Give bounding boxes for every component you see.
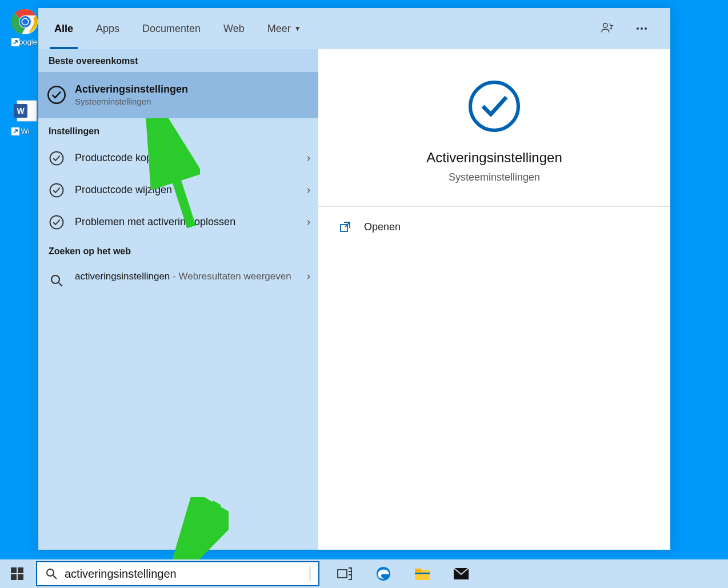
svg-text:W: W — [17, 106, 25, 115]
settings-result[interactable]: Productcode wijzigen › — [38, 174, 318, 206]
svg-point-12 — [48, 87, 65, 103]
result-subtitle: Systeeminstellingen — [75, 96, 310, 107]
tab-more[interactable]: Meer▼ — [256, 8, 313, 49]
task-view-button[interactable] — [337, 566, 353, 582]
svg-point-16 — [51, 275, 59, 283]
checkmark-circle-icon — [46, 85, 67, 105]
tab-bar: Alle Apps Documenten Web Meer▼ — [38, 8, 670, 49]
result-title: activeringsinstellingen - Webresultaten … — [75, 270, 307, 283]
open-action[interactable]: Openen — [318, 207, 670, 247]
desktop-icon-word[interactable]: W Wi — [8, 97, 42, 135]
svg-point-9 — [637, 27, 639, 30]
result-title: Productcode wijzigen — [75, 183, 307, 197]
svg-point-17 — [470, 82, 518, 130]
settings-result[interactable]: Problemen met activering oplossen › — [38, 206, 318, 238]
checkmark-circle-icon — [466, 78, 523, 135]
chevron-right-icon: › — [307, 184, 310, 196]
word-icon: W — [11, 97, 39, 125]
result-title: Problemen met activering oplossen — [75, 215, 307, 229]
web-search-result[interactable]: activeringsinstellingen - Webresultaten … — [38, 262, 318, 297]
text-cursor — [310, 566, 310, 581]
chevron-right-icon: › — [307, 152, 310, 164]
svg-point-11 — [645, 27, 647, 30]
chrome-icon — [11, 8, 39, 35]
taskbar — [0, 559, 728, 588]
more-options-icon[interactable] — [635, 22, 649, 35]
start-button[interactable] — [0, 559, 34, 588]
chevron-right-icon: › — [307, 270, 310, 282]
section-settings: Instellingen — [38, 118, 318, 142]
desktop-icon-chrome[interactable]: Google — [8, 8, 42, 46]
svg-point-14 — [50, 183, 63, 197]
tab-all[interactable]: Alle — [43, 8, 85, 49]
feedback-icon[interactable] — [601, 22, 614, 35]
desktop-icon-label: Wi — [21, 127, 29, 135]
tab-web[interactable]: Web — [212, 8, 256, 49]
preview-pane: Activeringsinstellingen Systeeminstellin… — [318, 49, 670, 550]
svg-rect-32 — [415, 573, 430, 574]
svg-point-8 — [603, 23, 607, 27]
result-title: Activeringsinstellingen — [75, 82, 310, 96]
search-icon — [46, 270, 67, 291]
svg-rect-25 — [11, 574, 17, 580]
results-list: Beste overeenkomst Activeringsinstelling… — [38, 49, 318, 550]
shortcut-arrow-icon — [11, 127, 19, 135]
file-explorer-icon[interactable] — [414, 566, 430, 582]
svg-rect-31 — [415, 569, 421, 572]
chevron-down-icon: ▼ — [294, 25, 301, 33]
checkmark-circle-icon — [46, 180, 67, 201]
section-best-match: Beste overeenkomst — [38, 49, 318, 72]
search-input[interactable] — [65, 567, 311, 581]
best-match-result[interactable]: Activeringsinstellingen Systeeminstellin… — [38, 72, 318, 118]
svg-rect-23 — [11, 567, 17, 573]
search-icon — [45, 567, 58, 580]
svg-rect-24 — [18, 567, 23, 573]
preview-subtitle: Systeeminstellingen — [330, 171, 659, 183]
checkmark-circle-icon — [46, 212, 67, 233]
shortcut-arrow-icon — [11, 38, 19, 46]
mail-icon[interactable] — [453, 566, 469, 582]
svg-point-13 — [50, 151, 63, 165]
open-label: Openen — [364, 221, 401, 233]
result-title: Productcode kopen — [75, 151, 307, 165]
edge-browser-icon[interactable] — [375, 566, 391, 582]
svg-point-4 — [22, 19, 28, 25]
checkmark-circle-icon — [46, 148, 67, 169]
tab-apps[interactable]: Apps — [85, 8, 131, 49]
chevron-right-icon: › — [307, 216, 310, 228]
svg-point-27 — [47, 569, 54, 576]
open-icon — [339, 221, 351, 233]
search-panel: Alle Apps Documenten Web Meer▼ Beste ove… — [38, 8, 670, 550]
settings-result[interactable]: Productcode kopen › — [38, 142, 318, 174]
svg-point-10 — [641, 27, 643, 30]
preview-title: Activeringsinstellingen — [330, 150, 659, 166]
svg-rect-28 — [338, 570, 347, 578]
section-web-search: Zoeken op het web — [38, 238, 318, 262]
svg-point-15 — [50, 215, 63, 229]
svg-rect-26 — [18, 574, 23, 580]
tab-documents[interactable]: Documenten — [131, 8, 212, 49]
search-box[interactable] — [36, 561, 319, 586]
